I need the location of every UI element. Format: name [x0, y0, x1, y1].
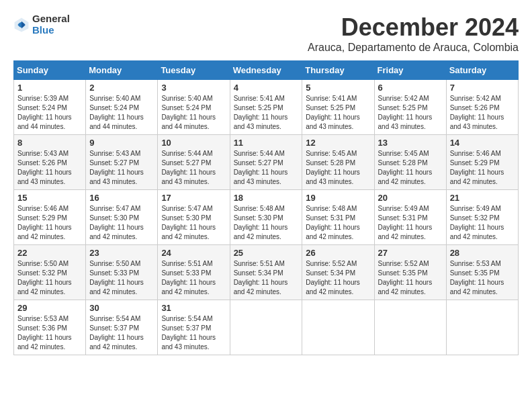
day-info: Sunrise: 5:54 AM Sunset: 5:37 PM Dayligh…	[89, 314, 154, 352]
calendar-cell: 29Sunrise: 5:53 AM Sunset: 5:36 PM Dayli…	[14, 300, 86, 355]
day-number: 22	[17, 248, 82, 258]
calendar-table: SundayMondayTuesdayWednesdayThursdayFrid…	[13, 60, 519, 355]
day-number: 26	[306, 248, 370, 258]
calendar-week-row: 29Sunrise: 5:53 AM Sunset: 5:36 PM Dayli…	[14, 300, 519, 355]
calendar-cell: 15Sunrise: 5:46 AM Sunset: 5:29 PM Dayli…	[14, 190, 86, 245]
logo-blue: Blue	[32, 25, 70, 36]
day-info: Sunrise: 5:50 AM Sunset: 5:32 PM Dayligh…	[17, 259, 82, 297]
logo-text: General Blue	[32, 13, 70, 36]
day-info: Sunrise: 5:48 AM Sunset: 5:30 PM Dayligh…	[234, 204, 299, 242]
day-info: Sunrise: 5:45 AM Sunset: 5:28 PM Dayligh…	[378, 149, 443, 187]
day-number: 7	[450, 83, 515, 93]
day-info: Sunrise: 5:42 AM Sunset: 5:25 PM Dayligh…	[378, 94, 443, 132]
calendar-header-saturday: Saturday	[446, 61, 518, 80]
calendar-header-monday: Monday	[86, 61, 158, 80]
calendar-cell	[230, 300, 302, 355]
day-number: 12	[306, 138, 370, 148]
calendar-header-thursday: Thursday	[302, 61, 374, 80]
day-info: Sunrise: 5:40 AM Sunset: 5:24 PM Dayligh…	[89, 94, 154, 132]
day-info: Sunrise: 5:40 AM Sunset: 5:24 PM Dayligh…	[161, 94, 226, 132]
calendar-cell: 23Sunrise: 5:50 AM Sunset: 5:33 PM Dayli…	[86, 245, 158, 300]
day-number: 10	[161, 138, 226, 148]
day-number: 20	[378, 193, 443, 203]
calendar-cell: 27Sunrise: 5:52 AM Sunset: 5:35 PM Dayli…	[374, 245, 446, 300]
day-info: Sunrise: 5:53 AM Sunset: 5:36 PM Dayligh…	[17, 314, 82, 352]
calendar-cell: 28Sunrise: 5:53 AM Sunset: 5:35 PM Dayli…	[446, 245, 518, 300]
day-info: Sunrise: 5:46 AM Sunset: 5:29 PM Dayligh…	[450, 149, 515, 187]
day-number: 8	[17, 138, 82, 148]
calendar-cell: 17Sunrise: 5:47 AM Sunset: 5:30 PM Dayli…	[158, 190, 230, 245]
calendar-week-row: 1Sunrise: 5:39 AM Sunset: 5:24 PM Daylig…	[14, 80, 519, 135]
calendar-cell: 16Sunrise: 5:47 AM Sunset: 5:30 PM Dayli…	[86, 190, 158, 245]
calendar-header-tuesday: Tuesday	[158, 61, 230, 80]
calendar-week-row: 15Sunrise: 5:46 AM Sunset: 5:29 PM Dayli…	[14, 190, 519, 245]
day-info: Sunrise: 5:41 AM Sunset: 5:25 PM Dayligh…	[306, 94, 370, 132]
calendar-cell: 22Sunrise: 5:50 AM Sunset: 5:32 PM Dayli…	[14, 245, 86, 300]
day-number: 3	[161, 83, 226, 93]
day-info: Sunrise: 5:49 AM Sunset: 5:31 PM Dayligh…	[378, 204, 443, 242]
calendar-cell: 5Sunrise: 5:41 AM Sunset: 5:25 PM Daylig…	[302, 80, 374, 135]
calendar-cell: 11Sunrise: 5:44 AM Sunset: 5:27 PM Dayli…	[230, 135, 302, 190]
day-info: Sunrise: 5:51 AM Sunset: 5:34 PM Dayligh…	[234, 259, 299, 297]
logo: General Blue	[13, 13, 70, 36]
day-number: 1	[17, 83, 82, 93]
calendar-cell: 31Sunrise: 5:54 AM Sunset: 5:37 PM Dayli…	[158, 300, 230, 355]
calendar-cell: 18Sunrise: 5:48 AM Sunset: 5:30 PM Dayli…	[230, 190, 302, 245]
calendar-cell: 7Sunrise: 5:42 AM Sunset: 5:26 PM Daylig…	[446, 80, 518, 135]
day-info: Sunrise: 5:45 AM Sunset: 5:28 PM Dayligh…	[306, 149, 370, 187]
day-info: Sunrise: 5:49 AM Sunset: 5:32 PM Dayligh…	[450, 204, 515, 242]
calendar-cell: 24Sunrise: 5:51 AM Sunset: 5:33 PM Dayli…	[158, 245, 230, 300]
calendar-header-wednesday: Wednesday	[230, 61, 302, 80]
day-number: 24	[161, 248, 226, 258]
day-info: Sunrise: 5:42 AM Sunset: 5:26 PM Dayligh…	[450, 94, 515, 132]
day-info: Sunrise: 5:52 AM Sunset: 5:35 PM Dayligh…	[378, 259, 443, 297]
day-info: Sunrise: 5:47 AM Sunset: 5:30 PM Dayligh…	[161, 204, 226, 242]
calendar-cell: 14Sunrise: 5:46 AM Sunset: 5:29 PM Dayli…	[446, 135, 518, 190]
calendar-header-friday: Friday	[374, 61, 446, 80]
day-number: 9	[89, 138, 154, 148]
calendar-cell: 2Sunrise: 5:40 AM Sunset: 5:24 PM Daylig…	[86, 80, 158, 135]
calendar-cell: 6Sunrise: 5:42 AM Sunset: 5:25 PM Daylig…	[374, 80, 446, 135]
calendar-cell: 13Sunrise: 5:45 AM Sunset: 5:28 PM Dayli…	[374, 135, 446, 190]
calendar-cell	[302, 300, 374, 355]
day-number: 31	[161, 303, 226, 313]
day-info: Sunrise: 5:46 AM Sunset: 5:29 PM Dayligh…	[17, 204, 82, 242]
day-info: Sunrise: 5:52 AM Sunset: 5:34 PM Dayligh…	[306, 259, 370, 297]
calendar-cell: 1Sunrise: 5:39 AM Sunset: 5:24 PM Daylig…	[14, 80, 86, 135]
calendar-cell	[446, 300, 518, 355]
day-number: 30	[89, 303, 154, 313]
day-info: Sunrise: 5:53 AM Sunset: 5:35 PM Dayligh…	[450, 259, 515, 297]
calendar-cell: 3Sunrise: 5:40 AM Sunset: 5:24 PM Daylig…	[158, 80, 230, 135]
day-info: Sunrise: 5:43 AM Sunset: 5:27 PM Dayligh…	[89, 149, 154, 187]
day-number: 23	[89, 248, 154, 258]
day-info: Sunrise: 5:41 AM Sunset: 5:25 PM Dayligh…	[234, 94, 299, 132]
day-number: 11	[234, 138, 299, 148]
day-info: Sunrise: 5:44 AM Sunset: 5:27 PM Dayligh…	[234, 149, 299, 187]
day-number: 15	[17, 193, 82, 203]
day-info: Sunrise: 5:43 AM Sunset: 5:26 PM Dayligh…	[17, 149, 82, 187]
day-number: 25	[234, 248, 299, 258]
day-number: 14	[450, 138, 515, 148]
day-info: Sunrise: 5:39 AM Sunset: 5:24 PM Dayligh…	[17, 94, 82, 132]
calendar-cell: 30Sunrise: 5:54 AM Sunset: 5:37 PM Dayli…	[86, 300, 158, 355]
calendar-cell: 12Sunrise: 5:45 AM Sunset: 5:28 PM Dayli…	[302, 135, 374, 190]
calendar-cell: 8Sunrise: 5:43 AM Sunset: 5:26 PM Daylig…	[14, 135, 86, 190]
calendar-cell: 25Sunrise: 5:51 AM Sunset: 5:34 PM Dayli…	[230, 245, 302, 300]
day-info: Sunrise: 5:44 AM Sunset: 5:27 PM Dayligh…	[161, 149, 226, 187]
day-number: 4	[234, 83, 299, 93]
calendar-cell: 10Sunrise: 5:44 AM Sunset: 5:27 PM Dayli…	[158, 135, 230, 190]
day-number: 29	[17, 303, 82, 313]
day-number: 5	[306, 83, 370, 93]
header-section: General Blue December 2024 Arauca, Depar…	[13, 13, 519, 54]
calendar-cell: 4Sunrise: 5:41 AM Sunset: 5:25 PM Daylig…	[230, 80, 302, 135]
calendar-week-row: 22Sunrise: 5:50 AM Sunset: 5:32 PM Dayli…	[14, 245, 519, 300]
day-info: Sunrise: 5:48 AM Sunset: 5:31 PM Dayligh…	[306, 204, 370, 242]
day-number: 28	[450, 248, 515, 258]
calendar-cell: 9Sunrise: 5:43 AM Sunset: 5:27 PM Daylig…	[86, 135, 158, 190]
calendar-header-row: SundayMondayTuesdayWednesdayThursdayFrid…	[14, 61, 519, 80]
day-number: 2	[89, 83, 154, 93]
location-title: Arauca, Departamento de Arauca, Colombia	[308, 42, 519, 54]
day-number: 16	[89, 193, 154, 203]
day-number: 17	[161, 193, 226, 203]
day-number: 13	[378, 138, 443, 148]
